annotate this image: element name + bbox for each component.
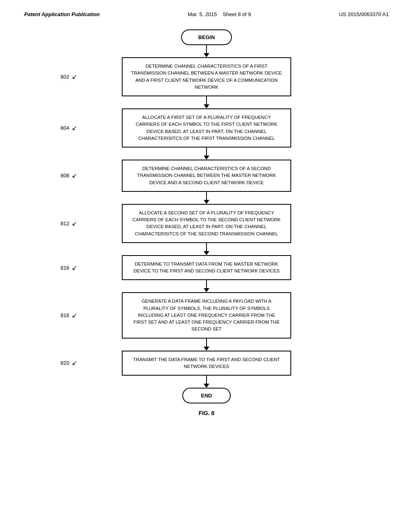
page: Patent Application Publication Mar. 5, 2… [0, 0, 413, 532]
step-label-816: 816 ↙ [60, 264, 77, 272]
step-804-box: ALLOCATE A FIRST SET OF A PLURALITY OF F… [122, 108, 291, 148]
header-publication: Patent Application Publication [24, 11, 100, 17]
arrow-3 [204, 148, 209, 160]
step-row-808: 808 ↙ DETERMINE CHANNEL CHARACTERISTICS … [24, 160, 389, 192]
step-label-818: 818 ↙ [60, 312, 77, 319]
end-oval: END [182, 388, 231, 403]
step-row-812: 812 ↙ ALLOCATE A SECOND SET OF A PLURALI… [24, 204, 389, 243]
step-802-box: DETERMINE CHANNEL CHARACTERISTICS OF A F… [122, 57, 291, 96]
step-label-820: 820 ↙ [60, 359, 77, 367]
step-row-802: 802 ↙ DETERMINE CHANNEL CHARACTERISTICS … [24, 57, 389, 96]
step-row-818: 818 ↙ GENERATE A DATA FRAME INCLUDING A … [24, 292, 389, 338]
step-816-box: DETERMINE TO TRANSMIT DATA FROM THE MAST… [122, 255, 291, 281]
step-label-802: 802 ↙ [60, 73, 77, 81]
arrow-7 [204, 339, 209, 351]
arrow-5 [204, 243, 209, 255]
arrow-4 [204, 192, 209, 204]
begin-oval: BEGIN [181, 29, 232, 45]
step-row-820: 820 ↙ TRANSMIT THE DATA FRAME TO THE FIR… [24, 351, 389, 376]
step-818-box: GENERATE A DATA FRAME INCLUDING A PAYLOA… [122, 292, 291, 338]
step-808-box: DETERMINE CHANNEL CHARACTERISTICS OF A S… [122, 160, 291, 192]
step-812-box: ALLOCATE A SECOND SET OF A PLURALITY OF … [122, 204, 291, 243]
step-row-804: 804 ↙ ALLOCATE A FIRST SET OF A PLURALIT… [24, 108, 389, 148]
header-date-sheet: Mar. 5, 2015 Sheet 8 of 9 [188, 11, 251, 17]
header: Patent Application Publication Mar. 5, 2… [0, 0, 413, 21]
arrow-2 [204, 96, 209, 108]
step-label-808: 808 ↙ [60, 172, 77, 179]
step-label-804: 804 ↙ [60, 124, 77, 132]
arrow-6 [204, 280, 209, 292]
step-820-box: TRANSMIT THE DATA FRAME TO THE FIRST AND… [122, 351, 291, 376]
step-row-816: 816 ↙ DETERMINE TO TRANSMIT DATA FROM TH… [24, 255, 389, 281]
fig-label: FIG. 8 [199, 410, 215, 416]
flowchart: BEGIN 802 ↙ DETERMINE CHANNEL CHARACTERI… [0, 21, 413, 432]
step-label-812: 812 ↙ [60, 220, 77, 227]
arrow-8 [204, 376, 209, 388]
arrow-1 [204, 45, 209, 57]
header-patent-number: US 2015/0063370 A1 [339, 11, 389, 17]
